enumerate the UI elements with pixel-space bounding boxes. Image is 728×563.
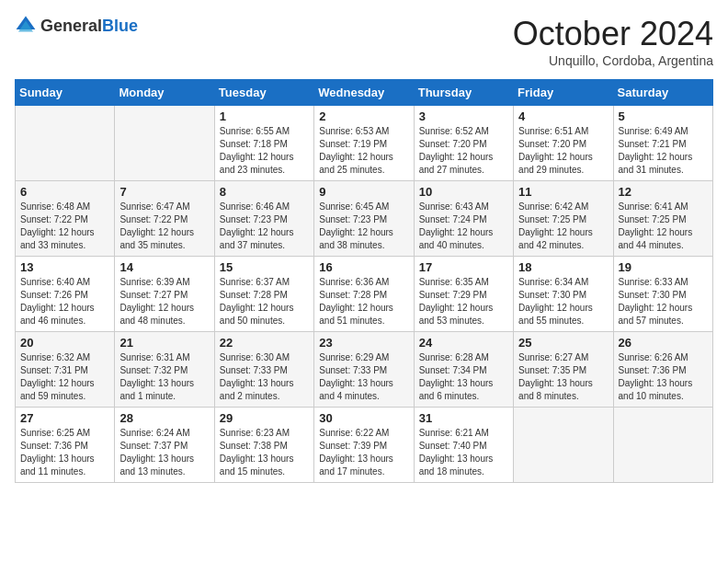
title-block: October 2024 Unquillo, Cordoba, Argentin… — [513, 15, 713, 68]
day-info: Sunrise: 6:46 AMSunset: 7:23 PMDaylight:… — [220, 201, 309, 252]
weekday-header-cell: Sunday — [16, 80, 115, 106]
day-info: Sunrise: 6:43 AMSunset: 7:24 PMDaylight:… — [419, 201, 508, 252]
day-info: Sunrise: 6:52 AMSunset: 7:20 PMDaylight:… — [419, 125, 508, 177]
day-info: Sunrise: 6:28 AMSunset: 7:34 PMDaylight:… — [419, 351, 508, 403]
day-info: Sunrise: 6:36 AMSunset: 7:28 PMDaylight:… — [319, 276, 408, 327]
day-number: 8 — [220, 185, 309, 199]
day-info: Sunrise: 6:27 AMSunset: 7:35 PMDaylight:… — [518, 351, 608, 403]
calendar-day-cell: 5Sunrise: 6:49 AMSunset: 7:21 PMDaylight… — [613, 106, 712, 181]
calendar-day-cell: 9Sunrise: 6:45 AMSunset: 7:23 PMDaylight… — [314, 181, 414, 257]
day-info: Sunrise: 6:30 AMSunset: 7:33 PMDaylight:… — [220, 351, 309, 403]
day-number: 27 — [20, 411, 109, 425]
day-number: 10 — [419, 185, 508, 199]
day-number: 6 — [20, 185, 109, 199]
day-info: Sunrise: 6:45 AMSunset: 7:23 PMDaylight:… — [319, 201, 408, 252]
calendar-week-row: 20Sunrise: 6:32 AMSunset: 7:31 PMDayligh… — [16, 332, 713, 408]
calendar-day-cell: 22Sunrise: 6:30 AMSunset: 7:33 PMDayligh… — [214, 332, 313, 408]
calendar-day-cell: 2Sunrise: 6:53 AMSunset: 7:19 PMDaylight… — [314, 106, 414, 181]
day-number: 23 — [319, 336, 408, 350]
calendar-week-row: 1Sunrise: 6:55 AMSunset: 7:18 PMDaylight… — [16, 106, 713, 181]
day-number: 11 — [518, 185, 608, 199]
day-number: 25 — [518, 336, 608, 350]
weekday-header-cell: Wednesday — [314, 80, 414, 106]
logo-blue: Blue — [102, 17, 138, 35]
weekday-header-cell: Thursday — [414, 80, 513, 106]
calendar-day-cell: 31Sunrise: 6:21 AMSunset: 7:40 PMDayligh… — [414, 408, 513, 483]
calendar-day-cell — [514, 408, 613, 483]
calendar-day-cell: 6Sunrise: 6:48 AMSunset: 7:22 PMDaylight… — [16, 181, 115, 257]
day-info: Sunrise: 6:24 AMSunset: 7:37 PMDaylight:… — [119, 427, 209, 478]
logo: GeneralBlue — [15, 15, 138, 37]
calendar-day-cell — [16, 106, 115, 181]
calendar-day-cell: 15Sunrise: 6:37 AMSunset: 7:28 PMDayligh… — [214, 257, 313, 332]
calendar-day-cell: 4Sunrise: 6:51 AMSunset: 7:20 PMDaylight… — [514, 106, 613, 181]
day-number: 13 — [20, 260, 109, 274]
calendar-week-row: 27Sunrise: 6:25 AMSunset: 7:36 PMDayligh… — [16, 408, 713, 483]
day-number: 20 — [20, 336, 109, 350]
calendar-day-cell: 24Sunrise: 6:28 AMSunset: 7:34 PMDayligh… — [414, 332, 513, 408]
weekday-header-row: SundayMondayTuesdayWednesdayThursdayFrid… — [16, 80, 713, 106]
day-number: 26 — [619, 336, 708, 350]
day-number: 21 — [119, 336, 209, 350]
day-info: Sunrise: 6:29 AMSunset: 7:33 PMDaylight:… — [319, 351, 408, 403]
calendar-day-cell: 23Sunrise: 6:29 AMSunset: 7:33 PMDayligh… — [314, 332, 414, 408]
calendar-day-cell: 17Sunrise: 6:35 AMSunset: 7:29 PMDayligh… — [414, 257, 513, 332]
calendar-day-cell: 7Sunrise: 6:47 AMSunset: 7:22 PMDaylight… — [115, 181, 214, 257]
calendar-day-cell: 1Sunrise: 6:55 AMSunset: 7:18 PMDaylight… — [214, 106, 313, 181]
day-info: Sunrise: 6:47 AMSunset: 7:22 PMDaylight:… — [119, 201, 209, 252]
day-info: Sunrise: 6:53 AMSunset: 7:19 PMDaylight:… — [319, 125, 408, 177]
day-number: 9 — [319, 185, 408, 199]
calendar-week-row: 6Sunrise: 6:48 AMSunset: 7:22 PMDaylight… — [16, 181, 713, 257]
day-number: 16 — [319, 260, 408, 274]
calendar-day-cell: 25Sunrise: 6:27 AMSunset: 7:35 PMDayligh… — [514, 332, 613, 408]
day-number: 15 — [220, 260, 309, 274]
weekday-header-cell: Friday — [514, 80, 613, 106]
calendar-day-cell — [115, 106, 214, 181]
day-info: Sunrise: 6:42 AMSunset: 7:25 PMDaylight:… — [518, 201, 608, 252]
weekday-header-cell: Monday — [115, 80, 214, 106]
day-info: Sunrise: 6:33 AMSunset: 7:30 PMDaylight:… — [619, 276, 708, 327]
calendar-day-cell: 3Sunrise: 6:52 AMSunset: 7:20 PMDaylight… — [414, 106, 513, 181]
day-number: 2 — [319, 109, 408, 123]
page-header: GeneralBlue October 2024 Unquillo, Cordo… — [15, 15, 713, 68]
day-number: 29 — [220, 411, 309, 425]
day-info: Sunrise: 6:32 AMSunset: 7:31 PMDaylight:… — [20, 351, 109, 403]
day-info: Sunrise: 6:51 AMSunset: 7:20 PMDaylight:… — [518, 125, 608, 177]
day-number: 7 — [119, 185, 209, 199]
day-info: Sunrise: 6:22 AMSunset: 7:39 PMDaylight:… — [319, 427, 408, 478]
day-number: 14 — [119, 260, 209, 274]
day-info: Sunrise: 6:37 AMSunset: 7:28 PMDaylight:… — [220, 276, 309, 327]
calendar-day-cell: 20Sunrise: 6:32 AMSunset: 7:31 PMDayligh… — [16, 332, 115, 408]
day-info: Sunrise: 6:35 AMSunset: 7:29 PMDaylight:… — [419, 276, 508, 327]
day-number: 4 — [518, 109, 608, 123]
day-info: Sunrise: 6:26 AMSunset: 7:36 PMDaylight:… — [619, 351, 708, 403]
logo-icon — [15, 15, 37, 37]
day-number: 3 — [419, 109, 508, 123]
day-number: 12 — [619, 185, 708, 199]
calendar-week-row: 13Sunrise: 6:40 AMSunset: 7:26 PMDayligh… — [16, 257, 713, 332]
calendar-day-cell: 18Sunrise: 6:34 AMSunset: 7:30 PMDayligh… — [514, 257, 613, 332]
day-info: Sunrise: 6:55 AMSunset: 7:18 PMDaylight:… — [220, 125, 309, 177]
day-info: Sunrise: 6:49 AMSunset: 7:21 PMDaylight:… — [619, 125, 708, 177]
calendar-day-cell: 28Sunrise: 6:24 AMSunset: 7:37 PMDayligh… — [115, 408, 214, 483]
calendar-day-cell: 8Sunrise: 6:46 AMSunset: 7:23 PMDaylight… — [214, 181, 313, 257]
calendar-body: 1Sunrise: 6:55 AMSunset: 7:18 PMDaylight… — [16, 106, 713, 483]
calendar-day-cell: 10Sunrise: 6:43 AMSunset: 7:24 PMDayligh… — [414, 181, 513, 257]
day-info: Sunrise: 6:31 AMSunset: 7:32 PMDaylight:… — [119, 351, 209, 403]
day-info: Sunrise: 6:21 AMSunset: 7:40 PMDaylight:… — [419, 427, 508, 478]
day-info: Sunrise: 6:34 AMSunset: 7:30 PMDaylight:… — [518, 276, 608, 327]
calendar-day-cell: 19Sunrise: 6:33 AMSunset: 7:30 PMDayligh… — [613, 257, 712, 332]
weekday-header-cell: Saturday — [613, 80, 712, 106]
calendar-day-cell: 12Sunrise: 6:41 AMSunset: 7:25 PMDayligh… — [613, 181, 712, 257]
day-number: 5 — [619, 109, 708, 123]
day-number: 30 — [319, 411, 408, 425]
logo-general: General — [40, 17, 102, 35]
calendar-table: SundayMondayTuesdayWednesdayThursdayFrid… — [15, 79, 713, 483]
day-number: 19 — [619, 260, 708, 274]
calendar-day-cell: 26Sunrise: 6:26 AMSunset: 7:36 PMDayligh… — [613, 332, 712, 408]
day-info: Sunrise: 6:39 AMSunset: 7:27 PMDaylight:… — [119, 276, 209, 327]
day-info: Sunrise: 6:40 AMSunset: 7:26 PMDaylight:… — [20, 276, 109, 327]
calendar-day-cell: 16Sunrise: 6:36 AMSunset: 7:28 PMDayligh… — [314, 257, 414, 332]
calendar-day-cell: 14Sunrise: 6:39 AMSunset: 7:27 PMDayligh… — [115, 257, 214, 332]
calendar-day-cell: 27Sunrise: 6:25 AMSunset: 7:36 PMDayligh… — [16, 408, 115, 483]
